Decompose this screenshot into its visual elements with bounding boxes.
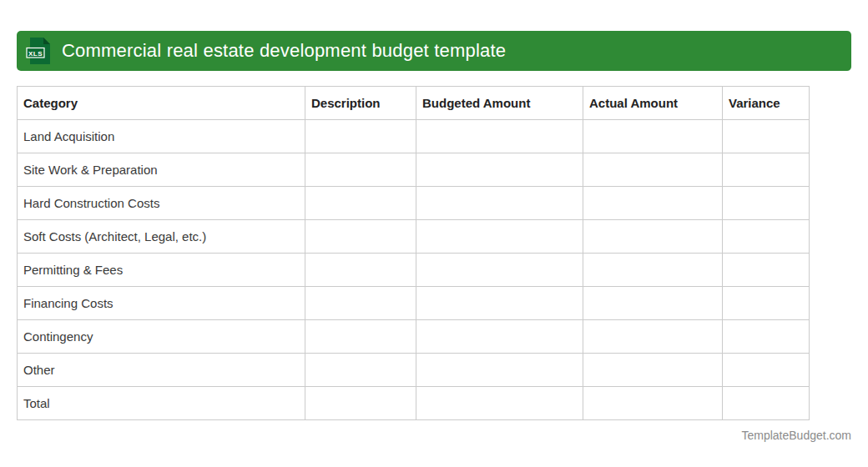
xls-file-icon: XLS <box>26 37 51 65</box>
table-row: Financing Costs <box>18 287 810 320</box>
actual-amount-cell <box>583 354 723 387</box>
column-header-category: Category <box>18 87 305 120</box>
category-cell: Permitting & Fees <box>18 254 305 287</box>
table-row: Site Work & Preparation <box>18 153 810 187</box>
category-cell: Hard Construction Costs <box>18 187 305 220</box>
variance-cell <box>723 287 810 320</box>
budget-table: Category Description Budgeted Amount Act… <box>17 86 810 420</box>
description-cell <box>305 153 416 187</box>
budget-table-container: Category Description Budgeted Amount Act… <box>17 86 810 420</box>
budgeted-amount-cell <box>416 220 583 254</box>
table-row: Soft Costs (Architect, Legal, etc.) <box>18 220 810 254</box>
budgeted-amount-cell <box>416 254 583 287</box>
variance-cell <box>723 354 810 387</box>
description-cell <box>305 120 416 153</box>
variance-cell <box>723 387 810 420</box>
table-row: Land Acquisition <box>18 120 810 153</box>
actual-amount-cell <box>583 254 723 287</box>
description-cell <box>305 387 416 420</box>
actual-amount-cell <box>583 220 723 254</box>
actual-amount-cell <box>583 387 723 420</box>
description-cell <box>305 354 416 387</box>
category-cell: Other <box>18 354 305 387</box>
page-title: Commercial real estate development budge… <box>62 40 506 62</box>
budgeted-amount-cell <box>416 120 583 153</box>
table-body: Land AcquisitionSite Work & PreparationH… <box>18 120 810 420</box>
budgeted-amount-cell <box>416 320 583 354</box>
actual-amount-cell <box>583 187 723 220</box>
budgeted-amount-cell <box>416 287 583 320</box>
actual-amount-cell <box>583 287 723 320</box>
column-header-description: Description <box>305 87 416 120</box>
budgeted-amount-cell <box>416 153 583 187</box>
column-header-variance: Variance <box>723 87 810 120</box>
category-cell: Land Acquisition <box>18 120 305 153</box>
variance-cell <box>723 187 810 220</box>
description-cell <box>305 254 416 287</box>
column-header-budgeted-amount: Budgeted Amount <box>416 87 583 120</box>
category-cell: Soft Costs (Architect, Legal, etc.) <box>18 220 305 254</box>
title-banner: XLS Commercial real estate development b… <box>17 31 851 71</box>
description-cell <box>305 220 416 254</box>
column-header-actual-amount: Actual Amount <box>583 87 723 120</box>
category-cell: Site Work & Preparation <box>18 153 305 187</box>
description-cell <box>305 287 416 320</box>
actual-amount-cell <box>583 120 723 153</box>
variance-cell <box>723 220 810 254</box>
table-row: Contingency <box>18 320 810 354</box>
description-cell <box>305 187 416 220</box>
variance-cell <box>723 320 810 354</box>
table-row: Hard Construction Costs <box>18 187 810 220</box>
table-row: Permitting & Fees <box>18 254 810 287</box>
table-row: Other <box>18 354 810 387</box>
variance-cell <box>723 254 810 287</box>
category-cell: Contingency <box>18 320 305 354</box>
budgeted-amount-cell <box>416 387 583 420</box>
site-credit: TemplateBudget.com <box>741 429 851 442</box>
description-cell <box>305 320 416 354</box>
category-cell: Financing Costs <box>18 287 305 320</box>
table-row: Total <box>18 387 810 420</box>
category-cell: Total <box>18 387 305 420</box>
table-header-row: Category Description Budgeted Amount Act… <box>18 87 810 120</box>
budgeted-amount-cell <box>416 187 583 220</box>
variance-cell <box>723 153 810 187</box>
svg-text:XLS: XLS <box>28 50 43 58</box>
actual-amount-cell <box>583 153 723 187</box>
budgeted-amount-cell <box>416 354 583 387</box>
variance-cell <box>723 120 810 153</box>
actual-amount-cell <box>583 320 723 354</box>
